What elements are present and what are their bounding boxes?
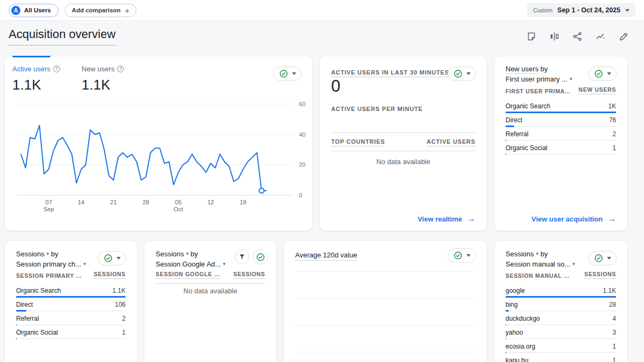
- data-quality-badge[interactable]: [588, 67, 617, 81]
- data-quality-badge[interactable]: [98, 251, 126, 265]
- table-row: bing 28: [506, 297, 616, 311]
- share-icon[interactable]: [572, 31, 583, 42]
- row-value: 1K: [608, 102, 616, 110]
- gridline: [295, 352, 475, 352]
- title-bar: Acquisition overview: [0, 21, 644, 52]
- compare-icon[interactable]: [549, 31, 560, 42]
- view-user-acquisition-link[interactable]: View user acquisition: [531, 214, 616, 224]
- table-row: google 1.1K: [506, 283, 616, 297]
- row-label: bing: [506, 301, 518, 308]
- table-row: Direct 76: [506, 113, 616, 127]
- chevron-down-icon: [466, 72, 471, 75]
- metric-selector[interactable]: Sessions: [16, 250, 49, 258]
- row-label: Referral: [16, 315, 39, 322]
- card-actions: [235, 249, 268, 264]
- row-label: yahoo: [506, 329, 523, 336]
- edit-icon[interactable]: [618, 31, 629, 42]
- insights-icon[interactable]: [595, 31, 606, 42]
- realtime-title: ACTIVE USERS IN LAST 30 MINUTES: [331, 69, 449, 77]
- chevron-down-icon: [625, 9, 630, 12]
- data-quality-badge[interactable]: [273, 67, 302, 81]
- help-icon[interactable]: [117, 65, 124, 72]
- svg-text:12: 12: [207, 199, 214, 205]
- chevron-down-icon: [292, 72, 296, 75]
- gridline: [295, 298, 475, 299]
- dimension-selector[interactable]: Session primary ch...: [16, 259, 86, 269]
- table-header: FIRST USER PRIMA... NEW USERS: [506, 86, 616, 94]
- row-value: 1: [612, 357, 616, 362]
- check-circle-icon: [104, 254, 113, 263]
- table-row: Organic Search 1.1K: [16, 283, 126, 297]
- table-row: duckduckgo 4: [506, 311, 616, 325]
- table-row: Direct 106: [16, 297, 126, 311]
- data-quality-badge[interactable]: [588, 251, 617, 265]
- channel-table: Organic Search 1.1K Direct 106 Referral …: [16, 283, 126, 339]
- metric-column-header: SESSIONS: [584, 271, 616, 279]
- users-per-minute-label: ACTIVE USERS PER MINUTE: [331, 106, 423, 112]
- dimension-label: Session primary ch...: [16, 260, 81, 268]
- row-value: 28: [609, 301, 616, 308]
- chevron-down-icon: [466, 254, 471, 257]
- chevron-down-icon: [573, 259, 575, 269]
- new-users-by-channel-card: New users by First user primary ... FIRS…: [494, 56, 628, 231]
- chevron-down-icon: [116, 257, 121, 260]
- dimension-selector[interactable]: Session manual so...: [506, 259, 575, 269]
- average-120d-value-card: Average 120d value: [283, 240, 487, 362]
- add-comparison-chip[interactable]: Add comparison: [65, 4, 137, 17]
- dimension-selector[interactable]: Session Google Ad...: [156, 259, 225, 269]
- table-row: yahoo 3: [506, 325, 616, 339]
- row-value: 1.1K: [603, 287, 616, 294]
- metric-selector[interactable]: Sessions: [506, 250, 538, 258]
- add-comparison-label: Add comparison: [72, 7, 121, 13]
- chevron-down-icon: [607, 257, 611, 260]
- table-row: Referral 2: [506, 127, 616, 141]
- help-icon[interactable]: [53, 65, 60, 72]
- table-row: Referral 2: [16, 311, 126, 325]
- metric-label: Sessions: [506, 250, 534, 258]
- gridline: [295, 271, 475, 272]
- view-realtime-link[interactable]: View realtime: [418, 214, 475, 224]
- dimension-selector[interactable]: First user primary ...: [506, 74, 572, 84]
- chevron-down-icon: [223, 259, 225, 269]
- active-users-tab-label: Active users: [12, 65, 50, 73]
- date-range-picker[interactable]: Custom Sep 1 - Oct 24, 2025: [527, 3, 635, 17]
- data-quality-badge[interactable]: [448, 67, 476, 81]
- realtime-value: 0: [331, 77, 340, 96]
- page-title: Acquisition overview: [9, 27, 115, 46]
- filter-button[interactable]: [235, 249, 250, 264]
- chevron-down-icon: [607, 72, 611, 75]
- view-realtime-label: View realtime: [418, 215, 462, 223]
- row-label: google: [506, 287, 525, 294]
- tab-active-users[interactable]: Active users 1.1K: [12, 65, 60, 93]
- check-circle-icon: [594, 254, 603, 263]
- table-row: Organic Social 1: [16, 325, 126, 339]
- row-value: 1: [612, 343, 616, 350]
- table-row: kapu.hu 1: [506, 353, 616, 362]
- new-users-value: 1.1K: [82, 77, 124, 93]
- row-label: Direct: [16, 301, 33, 308]
- data-quality-badge[interactable]: [253, 249, 268, 264]
- all-users-chip[interactable]: A All Users: [9, 4, 58, 17]
- row-value: 3: [612, 329, 616, 336]
- data-quality-badge[interactable]: [448, 248, 476, 263]
- row-label: duckduckgo: [506, 315, 540, 322]
- metric-selector[interactable]: Sessions: [156, 250, 188, 258]
- tab-new-users[interactable]: New users 1.1K: [82, 65, 124, 93]
- metric-label: Sessions: [156, 250, 184, 258]
- row-bar: [506, 153, 506, 155]
- arrow-right-icon: [608, 214, 616, 224]
- metric-column-header: SESSIONS: [94, 271, 126, 279]
- metric-column-header: NEW USERS: [579, 86, 616, 94]
- users-trend-card: Active users 1.1K New users 1.1K 0204060…: [4, 56, 313, 231]
- report-snapshot-icon[interactable]: [526, 31, 537, 42]
- card-title: Average 120d value: [295, 250, 357, 260]
- channel-table: Organic Search 1K Direct 76 Referral 2 O…: [506, 99, 616, 154]
- metric-selector[interactable]: New users: [506, 65, 538, 74]
- title-by-word: by: [191, 250, 198, 258]
- view-user-acquisition-label: View user acquisition: [531, 215, 603, 223]
- chevron-down-icon: [536, 249, 539, 259]
- table-row: Organic Social 1: [506, 141, 616, 154]
- all-users-label: All Users: [24, 7, 51, 13]
- dimension-column-header: FIRST USER PRIMA...: [506, 88, 570, 94]
- title-by-word: by: [540, 250, 548, 258]
